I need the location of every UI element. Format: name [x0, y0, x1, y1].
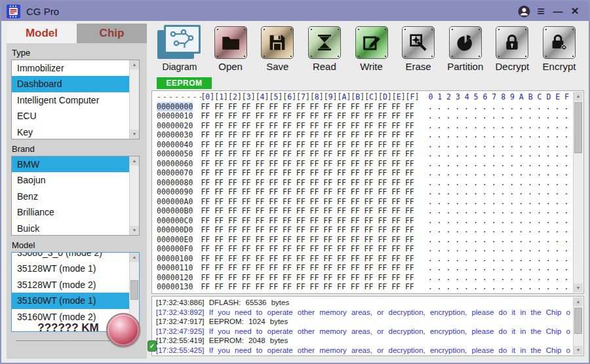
toolbar-button-partition[interactable]: Partition — [443, 24, 488, 75]
minimize-button[interactable]: — — [549, 3, 566, 20]
log-line: [17:32:43:892] If you need to operate ot… — [156, 308, 570, 318]
scroll-up-icon[interactable]: ▲ — [574, 92, 583, 101]
eeprom-tab[interactable]: EEPROM — [157, 77, 212, 89]
toolbar-button-label: Encrypt — [543, 61, 576, 72]
brand-list-scrollbar[interactable]: ▲ ▼ — [129, 156, 139, 235]
type-list-item[interactable]: Immobilizer — [12, 60, 129, 76]
toolbar-button-label: Partition — [447, 61, 483, 72]
scroll-down-icon[interactable]: ▼ — [574, 346, 583, 355]
model-list-item[interactable]: 35128WT (mode 1) — [12, 261, 129, 276]
account-icon[interactable] — [515, 3, 532, 20]
km-row: ?????? KM — [7, 313, 147, 350]
model-list-item[interactable]: 35128WT (mode 2) — [12, 277, 129, 293]
hex-row: 00000070FF FF FF FF FF FF FF FF FF FF FF… — [157, 168, 570, 178]
scroll-thumb[interactable] — [574, 102, 582, 153]
hex-row: 000000A0FF FF FF FF FF FF FF FF FF FF FF… — [157, 197, 570, 207]
model-list-item[interactable]: 35160WT (mode 1) — [12, 293, 129, 308]
type-list-item[interactable]: Intelligent Computer — [12, 92, 129, 108]
toolbar-button-label: Decrypt — [496, 61, 530, 72]
window-title: CG Pro — [26, 6, 59, 17]
main-area: DiagramOpenSaveReadWriteErasePartitionDe… — [151, 24, 584, 357]
tab-model[interactable]: Model — [7, 24, 77, 43]
log-line: [17:32:55:425] If you need to operate ot… — [156, 346, 570, 355]
type-list-item[interactable]: ECU — [12, 108, 129, 124]
brand-list-item[interactable]: Benz — [12, 189, 129, 204]
log-scrollbar[interactable]: ▲ ▼ — [573, 297, 583, 355]
toolbar-button-label: Open — [218, 61, 243, 72]
toolbar-button-open[interactable]: Open — [208, 24, 253, 75]
toolbar-button-diagram[interactable]: Diagram — [153, 24, 206, 75]
toolbar-button-label: Save — [266, 61, 288, 72]
scroll-up-icon[interactable]: ▲ — [574, 297, 583, 306]
type-label: Type — [12, 48, 147, 58]
log-line: [17:32:43:886] DFLASH: 65536 bytes — [156, 298, 570, 308]
mileage-action-button[interactable] — [106, 313, 140, 347]
log-line: [17:32:47:925] If you need to operate ot… — [156, 327, 570, 337]
hourglass-icon — [308, 26, 341, 59]
scroll-thumb[interactable] — [574, 308, 582, 334]
log-panel: [17:32:43:886] DFLASH: 65536 bytes[17:32… — [151, 296, 584, 356]
hex-row: 000000E0FF FF FF FF FF FF FF FF FF FF FF… — [157, 235, 570, 245]
toolbar-button-label: Erase — [406, 61, 431, 72]
brand-listbox[interactable]: BMWBaojunBenzBrillianceBuick ▲ ▼ — [11, 156, 140, 236]
titlebar: CG Pro ≡ — ✕ — [1, 1, 589, 21]
tab-chip[interactable]: Chip — [77, 24, 147, 43]
wand-square-icon — [402, 26, 435, 59]
sidebar: Model Chip Type ImmobilizerDashboardInte… — [7, 24, 147, 359]
sidebar-tabs: Model Chip — [7, 24, 147, 43]
status-check-icon: ✓ — [148, 340, 157, 352]
type-list-item[interactable]: Dashboard — [12, 76, 129, 92]
km-value: ?????? KM — [37, 321, 98, 334]
folder-icon — [214, 26, 247, 59]
hex-row: 00000000FF FF FF FF FF FF FF FF FF FF FF… — [157, 102, 570, 112]
scroll-thumb[interactable] — [130, 280, 138, 300]
hex-row: 00000010FF FF FF FF FF FF FF FF FF FF FF… — [157, 111, 570, 121]
hex-scrollbar[interactable]: ▲ ▼ — [573, 92, 583, 293]
type-listbox[interactable]: ImmobilizerDashboardIntelligent Computer… — [11, 60, 140, 139]
scroll-down-icon[interactable]: ▼ — [130, 226, 139, 235]
hex-row: 00000130FF FF FF FF FF FF FF FF FF FF FF… — [157, 282, 570, 292]
scroll-down-icon[interactable]: ▼ — [130, 130, 139, 139]
model-label: Model — [12, 240, 147, 250]
log-line: [17:32:47:917] EEPROM: 1024 bytes — [156, 317, 570, 327]
app-logo-icon — [7, 5, 20, 18]
brand-list-item[interactable]: Buick — [12, 221, 129, 236]
type-list-scrollbar[interactable]: ▲ ▼ — [129, 60, 139, 139]
hex-row: 00000020FF FF FF FF FF FF FF FF FF FF FF… — [157, 121, 570, 131]
hex-row: 000000C0FF FF FF FF FF FF FF FF FF FF FF… — [157, 216, 570, 226]
toolbar-button-write[interactable]: Write — [349, 24, 394, 75]
log-line: [17:32:55:419] EEPROM: 2048 bytes — [156, 336, 570, 346]
diagram-icon — [157, 24, 202, 60]
brand-list-item[interactable]: Brilliance — [12, 204, 129, 220]
hex-row: 00000040FF FF FF FF FF FF FF FF FF FF FF… — [157, 140, 570, 150]
hex-row: 000000D0FF FF FF FF FF FF FF FF FF FF FF… — [157, 225, 570, 235]
scroll-up-icon[interactable]: ▲ — [130, 156, 139, 166]
toolbar-button-decrypt[interactable]: Decrypt — [490, 24, 534, 75]
hex-row: 000000F0FF FF FF FF FF FF FF FF FF FF FF… — [157, 244, 570, 254]
toolbar-button-save[interactable]: Save — [255, 24, 300, 75]
brand-list-item[interactable]: Baojun — [12, 172, 129, 188]
scroll-up-icon[interactable]: ▲ — [130, 253, 139, 262]
model-list-item[interactable]: 35080_3_0 (mode 2) — [12, 252, 129, 261]
toolbar-button-label: Read — [313, 61, 336, 72]
hex-row: 00000080FF FF FF FF FF FF FF FF FF FF FF… — [157, 178, 570, 188]
close-button[interactable]: ✕ — [566, 3, 583, 20]
hex-row: 00000110FF FF FF FF FF FF FF FF FF FF FF… — [157, 263, 570, 273]
app-window: CG Pro ≡ — ✕ Model Chip Type Immobilizer… — [0, 0, 590, 364]
hex-viewer[interactable]: --------[0][1][2][3][4][5][6][7][8][9][A… — [151, 90, 584, 294]
type-list-item[interactable]: Key — [12, 124, 129, 139]
hex-row: 00000060FF FF FF FF FF FF FF FF FF FF FF… — [157, 159, 570, 169]
toolbar: DiagramOpenSaveReadWriteErasePartitionDe… — [151, 24, 584, 75]
menu-icon[interactable]: ≡ — [532, 3, 549, 20]
toolbar-button-encrypt[interactable]: Encrypt — [537, 24, 581, 75]
toolbar-button-label: Diagram — [163, 62, 197, 72]
hex-row: 00000030FF FF FF FF FF FF FF FF FF FF FF… — [157, 130, 570, 140]
scroll-down-icon[interactable]: ▼ — [574, 283, 583, 293]
scroll-up-icon[interactable]: ▲ — [130, 60, 139, 69]
hex-row: 00000120FF FF FF FF FF FF FF FF FF FF FF… — [157, 273, 570, 283]
brand-label: Brand — [12, 144, 147, 154]
toolbar-button-read[interactable]: Read — [302, 24, 347, 75]
hex-row: 000000B0FF FF FF FF FF FF FF FF FF FF FF… — [157, 206, 570, 216]
brand-list-item[interactable]: BMW — [12, 156, 129, 172]
toolbar-button-erase[interactable]: Erase — [396, 24, 441, 75]
